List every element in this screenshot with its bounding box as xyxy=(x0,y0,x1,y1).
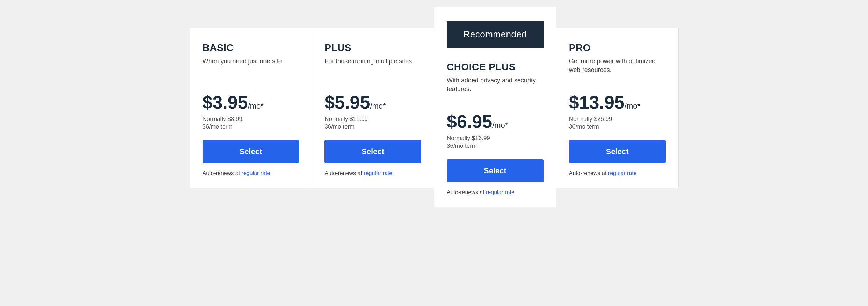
price-period-basic: /mo* xyxy=(248,102,264,110)
auto-renew-choice-plus: Auto-renews at regular rate xyxy=(447,189,544,196)
regular-rate-link-basic[interactable]: regular rate xyxy=(242,170,270,176)
plan-name-choice-plus: CHOICE PLUS xyxy=(447,61,544,73)
price-period-plus: /mo* xyxy=(370,102,386,110)
price-container-basic: $3.95/mo* xyxy=(203,92,299,113)
select-button-plus[interactable]: Select xyxy=(324,140,421,163)
recommended-badge: Recommended xyxy=(447,21,544,48)
price-period-pro: /mo* xyxy=(625,102,640,110)
auto-renew-basic: Auto-renews at regular rate xyxy=(203,170,299,176)
plan-card-basic: BASIC When you need just one site. $3.95… xyxy=(190,28,312,188)
plan-description-choice-plus: With added privacy and security features… xyxy=(447,76,544,97)
price-term-choice-plus: 36/mo term xyxy=(447,143,544,150)
plan-description-pro: Get more power with optimized web resour… xyxy=(569,57,666,78)
pricing-container: BASIC When you need just one site. $3.95… xyxy=(190,7,679,207)
select-button-pro[interactable]: Select xyxy=(569,140,666,163)
plan-card-pro: PRO Get more power with optimized web re… xyxy=(556,28,679,188)
plan-name-plus: PLUS xyxy=(324,42,421,53)
price-amount-pro: $13.95 xyxy=(569,92,625,112)
plan-name-pro: PRO xyxy=(569,42,666,53)
auto-renew-plus: Auto-renews at regular rate xyxy=(324,170,421,176)
price-term-pro: 36/mo term xyxy=(569,123,666,130)
auto-renew-pro: Auto-renews at regular rate xyxy=(569,170,666,176)
price-amount-plus: $5.95 xyxy=(324,92,370,112)
plan-name-basic: BASIC xyxy=(203,42,299,53)
price-container-pro: $13.95/mo* xyxy=(569,92,666,113)
price-normally-plus: Normally $11.99 xyxy=(324,116,421,123)
select-button-choice-plus[interactable]: Select xyxy=(447,159,544,182)
price-container-plus: $5.95/mo* xyxy=(324,92,421,113)
regular-rate-link-plus[interactable]: regular rate xyxy=(364,170,392,176)
select-button-basic[interactable]: Select xyxy=(203,140,299,163)
price-term-plus: 36/mo term xyxy=(324,123,421,130)
regular-rate-link-pro[interactable]: regular rate xyxy=(608,170,637,176)
price-normally-basic: Normally $8.99 xyxy=(203,116,299,123)
price-amount-choice-plus: $6.95 xyxy=(447,111,492,132)
price-container-choice-plus: $6.95/mo* xyxy=(447,111,544,132)
price-normally-pro: Normally $26.99 xyxy=(569,116,666,123)
regular-rate-link-choice-plus[interactable]: regular rate xyxy=(486,189,515,195)
plan-description-plus: For those running multiple sites. xyxy=(324,57,421,78)
plan-card-plus: PLUS For those running multiple sites. $… xyxy=(312,28,434,188)
plan-card-choice-plus: Recommended CHOICE PLUS With added priva… xyxy=(434,7,556,207)
price-amount-basic: $3.95 xyxy=(203,92,248,112)
price-term-basic: 36/mo term xyxy=(203,123,299,130)
plan-description-basic: When you need just one site. xyxy=(203,57,299,78)
price-normally-choice-plus: Normally $16.99 xyxy=(447,135,544,142)
price-period-choice-plus: /mo* xyxy=(492,121,508,130)
